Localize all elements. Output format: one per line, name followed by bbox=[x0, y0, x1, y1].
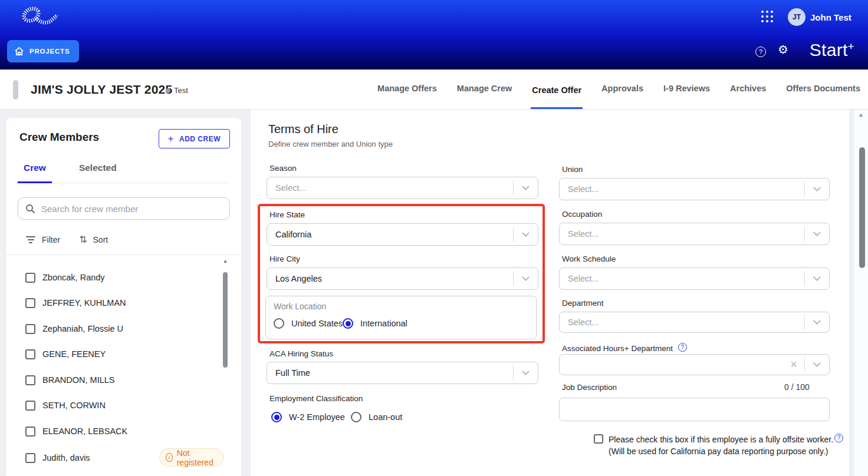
product-logo-text: Start bbox=[810, 40, 848, 60]
crew-row: ELEANOR, LEBSACK bbox=[25, 424, 127, 438]
aca-hiring-status-label: ACA Hiring Status bbox=[269, 349, 333, 358]
chevron-down-icon bbox=[805, 178, 829, 200]
crew-checkbox[interactable] bbox=[25, 298, 35, 308]
department-label: Department bbox=[562, 299, 604, 308]
work-location-option-international[interactable]: International bbox=[343, 318, 407, 329]
main-tab-bar: Manage Offers Manage Crew Create Offer A… bbox=[376, 70, 862, 109]
chevron-down-icon bbox=[805, 268, 829, 289]
union-select[interactable]: Select... bbox=[559, 178, 830, 200]
apps-grid-icon[interactable] bbox=[761, 11, 774, 23]
work-location-label: Work Location bbox=[274, 302, 326, 311]
chevron-down-icon bbox=[514, 224, 538, 245]
tab-manage-crew[interactable]: Manage Crew bbox=[456, 84, 513, 109]
crew-checkbox[interactable] bbox=[25, 453, 35, 463]
season-label: Season bbox=[269, 164, 297, 173]
sort-button[interactable]: Sort bbox=[93, 235, 108, 244]
season-select[interactable]: Select... bbox=[267, 177, 538, 199]
chevron-down-icon bbox=[805, 223, 829, 244]
filter-icon[interactable] bbox=[25, 236, 36, 243]
offsite-worker-text: Please check this box if this employee i… bbox=[609, 434, 843, 444]
gear-icon[interactable]: ⚙ bbox=[778, 44, 788, 55]
employment-option-w2[interactable]: W-2 Employee bbox=[271, 412, 345, 422]
clear-icon[interactable]: ✕ bbox=[783, 355, 804, 375]
help-icon[interactable]: ? bbox=[755, 47, 766, 57]
tab-create-offer[interactable]: Create Offer bbox=[531, 85, 583, 109]
avatar[interactable]: JT bbox=[788, 8, 805, 26]
crew-checkbox[interactable] bbox=[25, 324, 35, 334]
employment-classification-label: Employment Classification bbox=[269, 394, 363, 403]
app-header: PROJECTS JT John Test ? ⚙ Start+ bbox=[0, 0, 868, 70]
offsite-worker-subtext: (Will be used for California pay data re… bbox=[609, 447, 828, 456]
chevron-down-icon bbox=[514, 177, 538, 199]
hire-city-label: Hire City bbox=[269, 254, 300, 263]
info-icon: i bbox=[166, 453, 173, 462]
work-schedule-select[interactable]: Select... bbox=[559, 267, 830, 290]
department-select[interactable]: Select... bbox=[559, 312, 830, 333]
crew-checkbox[interactable] bbox=[25, 401, 35, 411]
crew-checkbox[interactable] bbox=[25, 273, 35, 283]
projects-button-label: PROJECTS bbox=[29, 48, 70, 55]
filter-sort-row: Filter ⇅ Sort bbox=[25, 234, 108, 245]
offsite-worker-checkbox[interactable] bbox=[594, 434, 603, 444]
status-dot-icon bbox=[166, 88, 170, 93]
crew-name: SETH, CORWIN bbox=[42, 401, 106, 410]
help-icon[interactable]: ? bbox=[678, 343, 687, 352]
crew-name: JEFFREY, KUHLMAN bbox=[42, 298, 126, 308]
form-title: Terms of Hire bbox=[268, 123, 338, 136]
radio-us[interactable] bbox=[274, 318, 284, 329]
terms-of-hire-panel: Terms of Hire Define crew member and Uni… bbox=[251, 110, 849, 476]
form-subtitle: Define crew member and Union type bbox=[268, 140, 393, 148]
sidebar-scrollbar-thumb[interactable] bbox=[223, 272, 228, 368]
crew-search-box bbox=[18, 197, 230, 220]
crew-name: ELEANOR, LEBSACK bbox=[42, 427, 127, 436]
crew-row: BRANDON, MILLS bbox=[25, 373, 114, 387]
user-name[interactable]: John Test bbox=[810, 12, 851, 22]
tab-archives[interactable]: Archives bbox=[729, 84, 767, 109]
tab-manage-offers[interactable]: Manage Offers bbox=[376, 84, 438, 109]
job-description-input[interactable] bbox=[559, 398, 830, 421]
radio-international[interactable] bbox=[343, 318, 353, 329]
aca-hiring-status-select[interactable]: Full Time bbox=[267, 362, 538, 384]
crew-row: SETH, CORWIN bbox=[25, 398, 106, 412]
chevron-down-icon bbox=[514, 362, 538, 384]
radio-w2-employee[interactable] bbox=[271, 412, 282, 422]
scroll-up-icon[interactable]: ▲ bbox=[222, 258, 228, 264]
projects-button[interactable]: PROJECTS bbox=[7, 40, 79, 62]
crew-checkbox[interactable] bbox=[25, 427, 35, 437]
project-title-bar: JIM'S JOLLY JEST 2025 Test Manage Offers… bbox=[0, 70, 868, 110]
filter-button[interactable]: Filter bbox=[42, 235, 60, 244]
plus-icon: + bbox=[168, 133, 174, 145]
title-accent-pill bbox=[13, 80, 18, 100]
work-schedule-label: Work Schedule bbox=[562, 254, 616, 263]
radio-loan-out[interactable] bbox=[351, 412, 361, 422]
product-logo: Start+ bbox=[810, 40, 854, 60]
sidebar-tab-selected[interactable]: Selected bbox=[73, 160, 123, 183]
help-icon[interactable]: ? bbox=[834, 434, 843, 442]
sidebar-tab-crew[interactable]: Crew bbox=[18, 160, 52, 183]
employment-option-loanout[interactable]: Loan-out bbox=[351, 412, 402, 422]
offsite-worker-row: Please check this box if this employee i… bbox=[594, 434, 843, 444]
crew-checkbox[interactable] bbox=[25, 349, 35, 359]
hire-state-select[interactable]: California bbox=[267, 223, 538, 246]
crew-checkbox[interactable] bbox=[25, 375, 35, 385]
sidebar-title: Crew Members bbox=[19, 131, 99, 144]
crew-name: Judith, davis bbox=[42, 453, 90, 462]
scroll-up-icon[interactable]: ▲ bbox=[854, 111, 868, 118]
tab-i9-reviews[interactable]: I-9 Reviews bbox=[662, 84, 711, 109]
crew-members-panel: Crew Members + ADD CREW Crew Selected Fi… bbox=[6, 118, 242, 476]
occupation-select[interactable]: Select... bbox=[559, 223, 830, 245]
tab-approvals[interactable]: Approvals bbox=[600, 84, 645, 109]
add-crew-button[interactable]: + ADD CREW bbox=[159, 129, 230, 148]
search-input[interactable] bbox=[41, 204, 222, 214]
hire-city-select[interactable]: Los Angeles bbox=[267, 267, 538, 290]
chevron-down-icon bbox=[805, 355, 829, 375]
crew-row: JEFFREY, KUHLMAN bbox=[25, 296, 126, 310]
work-location-option-us[interactable]: United States bbox=[274, 318, 343, 329]
work-location-group: Work Location United States Internationa… bbox=[265, 296, 537, 339]
page-scrollbar-thumb[interactable] bbox=[859, 147, 865, 268]
home-icon bbox=[14, 47, 24, 56]
associated-hours-department-select[interactable]: ✕ bbox=[559, 354, 830, 375]
sort-icon[interactable]: ⇅ bbox=[79, 234, 87, 245]
tab-offers-documents[interactable]: Offers Documents bbox=[785, 84, 862, 109]
add-crew-label: ADD CREW bbox=[179, 135, 221, 143]
